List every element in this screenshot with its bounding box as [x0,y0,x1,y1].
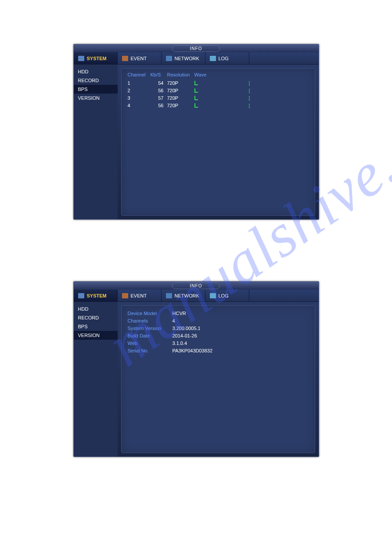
tab-network[interactable]: NETWORK [162,52,205,64]
version-key: System Version [128,326,169,331]
monitor-icon [78,56,84,61]
version-value: 4 [173,318,175,323]
log-icon [210,56,216,61]
wave-icon [194,103,198,108]
version-value: 2014-01-26 [173,333,197,338]
bps-header-channel: Channel [128,72,147,77]
version-row: System Version 3.200.0005.1 [128,324,309,332]
version-panel: Device Model HCVR Channels 4 System Vers… [121,305,315,453]
bps-cell-kbs: 54 [151,80,164,86]
tab-system[interactable]: SYSTEM [74,52,118,64]
version-row: Device Model HCVR [128,309,309,317]
wave-bracket-icon: [ [249,80,250,86]
tab-row: SYSTEM EVENT NETWORK LOG [74,52,319,65]
sidebar-item-version[interactable]: VERSION [74,331,118,340]
tab-system[interactable]: SYSTEM [74,290,118,301]
tab-event[interactable]: EVENT [118,52,162,64]
bps-cell-kbs: 56 [151,103,164,108]
tab-log[interactable]: LOG [205,290,249,301]
version-row: Channels 4 [128,317,309,324]
event-icon [122,56,128,61]
tab-system-label: SYSTEM [87,56,107,61]
tab-network-label: NETWORK [175,293,199,298]
info-panel-version: INFO SYSTEM EVENT NETWORK LOG HDD RECORD… [73,281,319,457]
wave-icon [194,88,198,93]
sidebar-item-record[interactable]: RECORD [74,313,118,322]
wave-bracket-icon: [ [249,95,250,101]
bps-cell-resolution: 720P [167,80,191,86]
monitor-icon [78,293,84,298]
sidebar: HDD RECORD BPS VERSION [74,65,118,219]
version-key: Web [128,341,169,346]
bps-cell-kbs: 57 [151,95,164,101]
bps-cell-channel: 1 [128,80,147,86]
titlebar: INFO [74,282,319,290]
bps-cell-resolution: 720P [167,88,191,93]
version-value: PA3KP043D03832 [173,348,213,353]
sidebar-item-bps[interactable]: BPS [74,85,118,94]
tab-log-label: LOG [219,293,229,298]
bps-row: 4 56 720P [ [128,102,309,109]
bps-cell-channel: 2 [128,88,147,93]
wave-bracket-icon: [ [249,88,250,93]
version-value: 3.1.0.4 [173,341,187,346]
bps-header-wave: Wave [194,72,207,77]
sidebar-item-hdd[interactable]: HDD [74,67,118,76]
bps-header-kbs: Kb/S [151,72,164,77]
tab-system-label: SYSTEM [87,293,107,298]
wave-icon [194,81,198,85]
wave-bracket-icon: [ [249,103,250,108]
bps-row: 1 54 720P [ [128,79,309,87]
version-key: Channels [128,318,169,323]
bps-row: 3 57 720P [ [128,94,309,102]
sidebar-item-record[interactable]: RECORD [74,76,118,85]
version-value: 3.200.0005.1 [173,326,201,331]
tab-network[interactable]: NETWORK [162,290,205,301]
window-title: INFO [172,45,220,52]
version-row: Build Date 2014-01-26 [128,332,309,339]
version-key: Build Date [128,333,169,338]
tab-log[interactable]: LOG [205,52,249,64]
version-key: Device Model [128,311,169,316]
bps-cell-resolution: 720P [167,95,191,101]
content-area: Channel Kb/S Resolution Wave 1 54 720P [… [118,65,319,219]
tab-event-label: EVENT [131,56,147,61]
sidebar-item-bps[interactable]: BPS [74,322,118,331]
version-row: Serial No. PA3KP043D03832 [128,347,309,354]
bps-cell-channel: 4 [128,103,147,108]
network-icon [166,293,172,298]
event-icon [122,293,128,298]
log-icon [210,293,216,298]
bps-cell-kbs: 56 [151,88,164,93]
content-area: Device Model HCVR Channels 4 System Vers… [118,302,319,457]
version-value: HCVR [173,311,186,316]
wave-icon [194,96,198,100]
sidebar: HDD RECORD BPS VERSION [74,302,118,457]
tab-network-label: NETWORK [175,56,199,61]
version-row: Web 3.1.0.4 [128,339,309,347]
sidebar-item-hdd[interactable]: HDD [74,305,118,313]
bps-cell-resolution: 720P [167,103,191,108]
bps-panel: Channel Kb/S Resolution Wave 1 54 720P [… [121,68,315,216]
version-key: Serial No. [128,348,169,353]
tab-event[interactable]: EVENT [118,290,162,301]
tab-log-label: LOG [219,56,229,61]
bps-header-row: Channel Kb/S Resolution Wave [128,72,309,77]
window-title: INFO [172,283,220,289]
bps-header-resolution: Resolution [167,72,191,77]
titlebar: INFO [74,44,319,52]
bps-cell-channel: 3 [128,95,147,101]
sidebar-item-version[interactable]: VERSION [74,94,118,102]
info-panel-bps: INFO SYSTEM EVENT NETWORK LOG HDD RECORD… [73,44,319,220]
tab-row: SYSTEM EVENT NETWORK LOG [74,290,319,302]
network-icon [166,56,172,61]
tab-event-label: EVENT [131,293,147,298]
bps-row: 2 56 720P [ [128,87,309,94]
